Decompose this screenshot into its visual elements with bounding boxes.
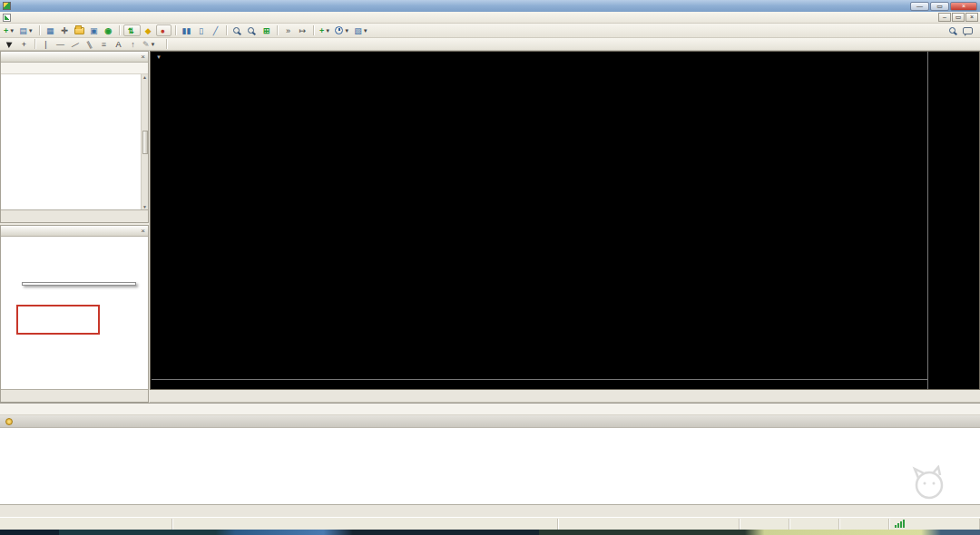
zoom-out-button[interactable]: [245, 24, 259, 36]
market-watch-header: ×: [1, 52, 148, 63]
market-watch-scrollbar[interactable]: ▲▼: [141, 74, 148, 209]
zoom-out-icon: [248, 27, 254, 34]
new-order-icon: ⇅: [128, 26, 134, 35]
navigator-toggle-button[interactable]: [73, 24, 86, 36]
market-watch-toggle-button[interactable]: ▦: [44, 24, 57, 36]
zoom-in-button[interactable]: [230, 24, 244, 36]
watermark: [909, 465, 955, 501]
toolbar-separator: [313, 25, 314, 35]
trendline-tool-button[interactable]: —: [68, 38, 82, 50]
red-highlight-annotation: [16, 305, 100, 335]
chart-symbol-label: ▼: [156, 54, 164, 60]
balance-row: [0, 415, 980, 428]
autotrading-button[interactable]: ●: [156, 24, 172, 36]
navigator-context-menu: [22, 282, 136, 286]
chart-tab-bar: [150, 390, 980, 403]
search-icon[interactable]: [949, 27, 956, 34]
maximize-button[interactable]: ▭: [930, 2, 949, 11]
connection-signal-icon: [895, 520, 905, 528]
market-watch-close-icon[interactable]: ×: [141, 54, 145, 61]
app-logo-icon: [3, 2, 11, 10]
mdi-window-controls: – ▭ ×: [938, 13, 978, 22]
status-profile[interactable]: [558, 519, 740, 530]
toolbar-separator: [166, 39, 167, 49]
bar-chart-button[interactable]: ▮▮: [180, 24, 193, 36]
minimize-button[interactable]: —: [910, 2, 929, 11]
menu-bar: – ▭ ×: [0, 12, 980, 24]
folder-icon: [74, 27, 84, 34]
chart-window: ▼: [150, 51, 980, 390]
profiles-button[interactable]: ▤▼: [17, 24, 34, 36]
candlestick-chart[interactable]: [152, 53, 928, 379]
candlestick-chart-button[interactable]: ▯: [194, 24, 208, 36]
market-watch-column-headers: [1, 63, 148, 74]
vertical-line-tool-button[interactable]: |: [39, 38, 53, 50]
crosshair-tool-button[interactable]: +: [17, 38, 31, 50]
text-tool-button[interactable]: A: [112, 38, 125, 50]
toolbar-separator: [119, 25, 120, 35]
terminal-tab-bar: [0, 504, 980, 517]
tile-windows-button[interactable]: ⊞: [260, 24, 273, 36]
shapes-tool-button[interactable]: ✎▼: [141, 38, 158, 50]
channel-tool-button[interactable]: ∥: [83, 38, 96, 50]
toolbar-separator: [226, 25, 227, 35]
toolbar-separator: [175, 25, 176, 35]
status-segment: [839, 519, 889, 530]
data-window-button[interactable]: ✛: [58, 24, 72, 36]
watermark-logo-icon: [909, 465, 947, 501]
window-controls: — ▭ ×: [910, 2, 977, 11]
toolbar-right-icons: [949, 27, 973, 34]
navigator-tabs: [1, 389, 148, 402]
cursor-tool-button[interactable]: [3, 38, 16, 50]
zoom-in-icon: [233, 27, 240, 34]
indicators-button[interactable]: +▼: [318, 24, 332, 36]
chevron-down-icon[interactable]: ▼: [156, 54, 162, 60]
templates-button[interactable]: ▧▼: [352, 24, 369, 36]
time-axis[interactable]: [152, 379, 928, 390]
cursor-icon: [5, 40, 13, 48]
status-traffic: [889, 519, 980, 530]
standard-toolbar: +▼ ▤▼ ▦ ✛ ▣ ◉ ⇅ ◆ ● ▮▮ ▯ ╱ ⊞ » ↦ +▼ ▼ ▧▼: [0, 24, 980, 38]
market-watch-list: ▲▼: [1, 74, 148, 209]
terminal-toggle-button[interactable]: ▣: [87, 24, 101, 36]
mdi-restore-button[interactable]: ▭: [952, 13, 965, 22]
toolbar-separator: [277, 25, 278, 35]
chart-shift-button[interactable]: ↦: [296, 24, 309, 36]
mdi-close-button[interactable]: ×: [965, 13, 978, 22]
navigator-header: ×: [1, 226, 148, 237]
chat-icon[interactable]: [963, 27, 973, 34]
close-button[interactable]: ×: [950, 2, 977, 11]
mdi-minimize-button[interactable]: –: [938, 13, 951, 22]
market-watch-tabs: [1, 209, 148, 222]
arrows-tool-button[interactable]: ↑: [126, 38, 140, 50]
horizontal-line-tool-button[interactable]: —: [54, 38, 67, 50]
strategy-tester-button[interactable]: ◉: [102, 24, 115, 36]
taskbar-strip: [0, 530, 980, 535]
line-chart-button[interactable]: ╱: [209, 24, 222, 36]
status-segment: [740, 519, 789, 530]
terminal-panel: [0, 403, 980, 504]
mdi-child-icon[interactable]: [3, 14, 11, 22]
auto-scroll-button[interactable]: »: [281, 24, 295, 36]
terminal-column-headers: [0, 404, 980, 415]
status-bar: [0, 517, 980, 530]
status-empty-segment: [172, 519, 558, 530]
mt4-window: — ▭ × – ▭ × +▼ ▤▼ ▦ ✛ ▣ ◉ ⇅ ◆ ● ▮▮ ▯ ╱: [0, 0, 980, 535]
new-order-button[interactable]: ⇅: [123, 24, 141, 36]
toolbar-separator: [34, 39, 35, 49]
clock-icon: [335, 26, 343, 34]
status-segment: [789, 519, 839, 530]
navigator-close-icon[interactable]: ×: [141, 228, 145, 235]
status-help-text: [0, 519, 172, 530]
title-bar: — ▭ ×: [0, 0, 980, 12]
market-watch-panel: × ▲▼: [0, 51, 149, 223]
coin-icon: [5, 418, 13, 425]
new-chart-button[interactable]: +▼: [2, 24, 16, 36]
price-axis[interactable]: [927, 52, 979, 389]
line-studies-toolbar: + | — — ∥ ≡ A ↑ ✎▼: [0, 38, 980, 51]
metaeditor-button[interactable]: ◆: [142, 24, 155, 36]
autotrading-icon: ●: [161, 26, 165, 35]
periods-button[interactable]: ▼: [333, 24, 351, 36]
toolbar-separator: [39, 25, 40, 35]
fibonacci-tool-button[interactable]: ≡: [97, 38, 111, 50]
